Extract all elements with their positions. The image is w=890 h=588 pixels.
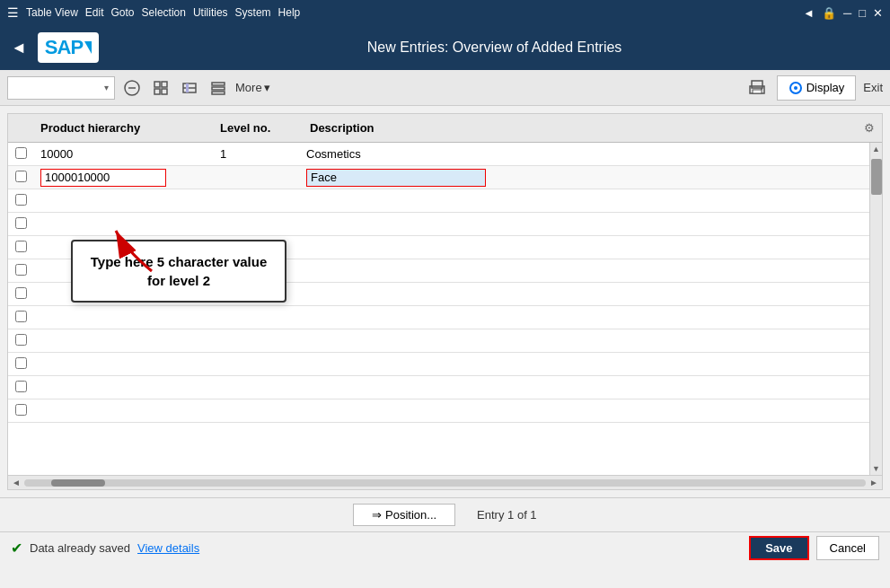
header-level: Level no. (213, 121, 303, 135)
menu-selection[interactable]: Selection (142, 6, 186, 19)
scroll-track (870, 155, 882, 462)
toolbar: ▾ More ▾ Display Exit (0, 70, 890, 106)
table-select[interactable]: ▾ (7, 76, 115, 100)
table-row-edit (8, 166, 882, 189)
table-row (8, 376, 882, 399)
table-body: 10000 1 Cosmetics (8, 143, 882, 475)
table-row (8, 399, 882, 423)
svg-rect-9 (186, 88, 189, 92)
row-checkbox[interactable] (8, 241, 33, 255)
scroll-down-icon[interactable]: ▼ (870, 462, 882, 475)
row-checkbox[interactable] (8, 381, 33, 395)
row-checkbox[interactable] (8, 147, 33, 162)
sap-header: ◄ SAP New Entries: Overview of Added Ent… (0, 25, 890, 70)
table-row (8, 329, 882, 353)
settings-icon[interactable]: ⚙ (857, 121, 882, 135)
status-bar: ✔ Data already saved View details Save C… (0, 531, 890, 564)
grid-button[interactable] (149, 76, 172, 100)
svg-rect-15 (753, 90, 762, 93)
more-label: More (235, 81, 262, 94)
more-button[interactable]: More ▾ (235, 81, 270, 94)
row-checkbox[interactable] (8, 264, 33, 278)
back-control[interactable]: ◄ (803, 6, 815, 20)
svg-rect-10 (212, 83, 225, 85)
svg-rect-8 (186, 83, 189, 88)
table-row (8, 189, 882, 213)
vertical-scrollbar[interactable]: ▲ ▼ (869, 143, 882, 475)
display-label: Display (806, 81, 845, 94)
status-text: Data already saved (30, 541, 130, 555)
svg-rect-3 (162, 82, 167, 87)
svg-rect-12 (212, 92, 225, 94)
view-details-link[interactable]: View details (137, 541, 199, 555)
table-row (8, 353, 882, 376)
hscroll-track (24, 479, 866, 487)
scroll-up-icon[interactable]: ▲ (870, 143, 882, 155)
position-button[interactable]: ⇒ Position... (353, 504, 455, 526)
menu-goto[interactable]: Goto (111, 6, 135, 19)
position-label: ⇒ Position... (372, 508, 436, 522)
split-button[interactable] (178, 76, 201, 100)
menu-edit[interactable]: Edit (85, 6, 104, 19)
tooltip-annotation: Type here 5 character value for level 2 (71, 240, 286, 303)
product-cell: 10000 (33, 147, 213, 161)
table-row (8, 213, 882, 236)
close-icon[interactable]: ✕ (873, 6, 883, 20)
table-row: 10000 1 Cosmetics (8, 143, 882, 166)
menu-utilities[interactable]: Utilities (193, 6, 228, 19)
select-arrow-icon: ▾ (104, 83, 109, 92)
hscroll-left-icon[interactable]: ◄ (12, 478, 21, 487)
svg-rect-13 (752, 81, 762, 88)
minus-circle-button[interactable] (120, 76, 144, 100)
header-desc: Description (303, 121, 857, 135)
display-button[interactable]: Display (777, 75, 857, 101)
entry-info: Entry 1 of 1 (477, 508, 536, 522)
scroll-thumb[interactable] (871, 159, 882, 195)
description-input[interactable] (306, 169, 486, 187)
menu-table-view[interactable]: Table View (26, 6, 78, 19)
row-checkbox[interactable] (8, 404, 33, 418)
row-checkbox[interactable] (8, 357, 33, 372)
hscroll-thumb[interactable] (51, 479, 105, 487)
print-button[interactable] (745, 75, 770, 101)
cancel-button[interactable]: Cancel (816, 536, 879, 560)
maximize-icon[interactable]: □ (859, 6, 866, 20)
menu-system[interactable]: System (235, 6, 271, 19)
row-checkbox[interactable] (8, 171, 33, 185)
lock-icon: 🔒 (822, 6, 836, 20)
hamburger-icon[interactable]: ☰ (7, 5, 19, 20)
row-checkbox[interactable] (8, 287, 33, 302)
desc-cell: Cosmetics (303, 147, 882, 161)
row-checkbox[interactable] (8, 334, 33, 348)
page-title: New Entries: Overview of Added Entries (110, 39, 879, 56)
nav-back-button[interactable]: ◄ (11, 39, 27, 57)
exit-button[interactable]: Exit (863, 81, 883, 94)
row-checkbox[interactable] (8, 194, 33, 208)
title-bar: ☰ Table View Edit Goto Selection Utiliti… (0, 0, 890, 25)
minimize-icon[interactable]: ─ (843, 6, 851, 20)
save-button[interactable]: Save (749, 536, 808, 560)
level-cell: 1 (213, 147, 303, 161)
product-hierarchy-input[interactable] (40, 169, 166, 187)
svg-rect-2 (154, 82, 160, 87)
bottom-bar: ⇒ Position... Entry 1 of 1 (0, 497, 890, 531)
table-header: Product hierarchy Level no. Description … (8, 114, 882, 143)
status-check-icon: ✔ (11, 540, 22, 557)
layout-button[interactable] (207, 76, 230, 100)
product-input-cell[interactable] (33, 169, 213, 187)
more-arrow-icon: ▾ (264, 81, 270, 94)
header-product: Product hierarchy (33, 121, 213, 135)
svg-point-16 (761, 88, 762, 90)
horizontal-scrollbar[interactable]: ◄ ► (8, 475, 882, 489)
hscroll-right-icon[interactable]: ► (869, 478, 878, 487)
row-checkbox[interactable] (8, 217, 33, 232)
svg-rect-11 (212, 87, 225, 90)
table-row (8, 306, 882, 329)
desc-input-cell[interactable] (303, 169, 882, 187)
table-container: Product hierarchy Level no. Description … (7, 113, 883, 490)
row-checkbox[interactable] (8, 311, 33, 325)
sap-logo: SAP (38, 32, 99, 63)
menu-help[interactable]: Help (278, 6, 301, 19)
svg-rect-4 (154, 89, 160, 94)
svg-point-18 (794, 86, 797, 90)
